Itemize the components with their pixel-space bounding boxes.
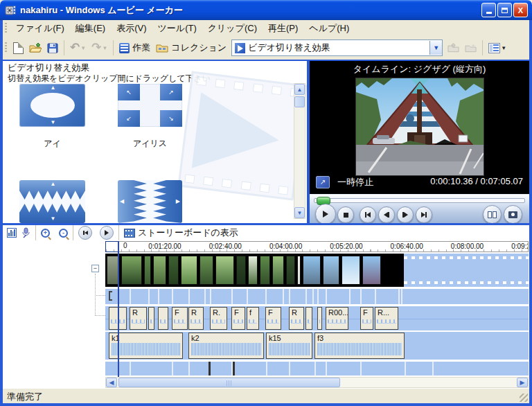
video-clip-thumbnail[interactable] — [168, 256, 179, 285]
split-clip-button[interactable] — [483, 205, 502, 224]
title-overlay-track[interactable] — [105, 362, 529, 376]
scroll-right-button[interactable]: ▶ — [517, 378, 528, 387]
play-button[interactable] — [315, 204, 336, 224]
close-button[interactable]: X — [513, 3, 528, 17]
take-picture-button[interactable] — [504, 205, 522, 224]
audio-clip[interactable]: R... — [375, 307, 398, 330]
transition-track[interactable] — [105, 289, 529, 304]
music-clip[interactable]: k1 — [109, 333, 183, 359]
video-clip-thumbnail[interactable] — [272, 256, 284, 285]
zoom-in-button[interactable]: + — [41, 229, 50, 238]
video-clip-thumbnail[interactable] — [297, 256, 301, 285]
audio-clip[interactable]: R — [188, 307, 204, 330]
title-bar[interactable]: nakahiru - Windows ムービー メーカー X — [0, 0, 532, 20]
music-track[interactable]: k1k2k15f3 — [105, 332, 529, 360]
video-clip-thumbnail[interactable] — [121, 256, 142, 285]
maximize-button[interactable] — [497, 3, 512, 17]
next-frame-button[interactable] — [397, 206, 414, 223]
audio-clip[interactable] — [305, 307, 312, 330]
storyboard-view-button[interactable]: ストーリーボードの表示 — [124, 227, 238, 239]
audio-levels-button[interactable] — [7, 228, 17, 238]
audio-clip[interactable]: F — [231, 307, 245, 330]
video-clip-thumbnail[interactable] — [248, 256, 258, 285]
video-clip-thumbnail[interactable] — [260, 256, 270, 285]
menu-item-5[interactable]: 再生(P) — [263, 20, 303, 37]
video-clip-thumbnail[interactable] — [181, 256, 197, 285]
video-clip-thumbnail[interactable] — [286, 256, 295, 285]
audio-clip[interactable]: R — [289, 307, 304, 330]
timeline-ruler[interactable]: 0:01:20.000:02:40.000:04:00.000:05:20.00… — [105, 241, 529, 252]
narration-button[interactable] — [21, 227, 30, 238]
previous-frame-button[interactable] — [378, 206, 395, 223]
video-track-empty-area[interactable] — [404, 254, 529, 287]
back-button[interactable] — [360, 206, 376, 223]
audio-track[interactable]: RFRR.FfFRR00...FR... — [105, 306, 529, 330]
forward-button[interactable] — [416, 206, 432, 223]
audio-clip[interactable] — [158, 307, 168, 330]
menu-item-3[interactable]: ツール(T) — [152, 20, 202, 37]
scroll-down-button[interactable]: ▼ — [294, 207, 305, 218]
audio-clip[interactable] — [317, 307, 322, 330]
seek-bar[interactable] — [314, 198, 525, 203]
playhead-line[interactable] — [118, 241, 119, 377]
panel-splitter-vertical[interactable] — [307, 61, 310, 223]
tasks-button[interactable]: 作業 — [117, 40, 152, 55]
music-clip[interactable]: k15 — [266, 333, 312, 359]
scroll-left-button[interactable]: ◀ — [106, 378, 117, 387]
video-clip-thumbnail[interactable] — [153, 256, 166, 285]
audio-clip[interactable]: F — [360, 307, 373, 330]
transition-tile-zigzag-horizontal[interactable]: ▲ ▼ — [19, 180, 85, 223]
toolbar-grip[interactable] — [5, 42, 7, 53]
menu-item-0[interactable]: ファイル(F) — [10, 20, 70, 37]
collections-button[interactable]: コレクション — [154, 40, 229, 55]
video-clip-thumbnail[interactable] — [342, 256, 360, 285]
minimize-button[interactable] — [481, 3, 496, 17]
new-project-button[interactable] — [11, 41, 26, 55]
video-clip-thumbnail[interactable] — [323, 256, 339, 285]
audio-clip[interactable] — [148, 307, 154, 330]
menu-item-6[interactable]: ヘルプ(H) — [303, 20, 355, 37]
transition-tile-iris[interactable]: ↖ ↗ ↙ ↘ — [118, 84, 182, 127]
video-clip-thumbnail[interactable] — [236, 256, 246, 285]
playhead-marker[interactable] — [105, 241, 119, 252]
menu-grip[interactable] — [5, 23, 7, 34]
panel-splitter-horizontal[interactable] — [3, 223, 529, 225]
video-track[interactable] — [105, 254, 404, 287]
scrollbar-thumb[interactable] — [294, 96, 305, 107]
combobox-dropdown-button[interactable]: ▼ — [429, 41, 442, 55]
video-clip-thumbnail[interactable] — [303, 256, 321, 285]
audio-clip[interactable]: F — [265, 307, 281, 330]
timeline-scrollbar-thumb[interactable] — [118, 378, 340, 387]
save-project-button[interactable] — [45, 42, 60, 55]
up-one-level-button[interactable] — [445, 42, 461, 55]
menu-item-2[interactable]: 表示(V) — [111, 20, 152, 37]
menu-item-1[interactable]: 編集(E) — [70, 20, 111, 37]
redo-button[interactable]: ↷▼ — [89, 42, 109, 54]
collection-combobox[interactable]: ビデオ切り替え効果 ▼ — [231, 39, 443, 56]
new-collection-button[interactable] — [463, 42, 479, 55]
audio-clip[interactable]: R00... — [326, 307, 348, 330]
rewind-timeline-button[interactable] — [78, 226, 92, 240]
video-clip-thumbnail[interactable] — [144, 256, 151, 285]
zoom-out-button[interactable]: - — [59, 229, 68, 238]
audio-clip[interactable]: F — [172, 307, 188, 330]
transition-tile-zigzag-vertical[interactable]: ◀ ▶ — [118, 180, 182, 223]
transitions-scrollbar[interactable]: ▲ ▼ — [294, 83, 305, 219]
undo-button[interactable]: ↶▼ — [68, 42, 88, 54]
music-clip[interactable]: k2 — [188, 333, 264, 359]
scroll-up-button[interactable]: ▲ — [294, 84, 305, 95]
transition-tile-eye[interactable]: ▲ ▼ — [19, 84, 85, 127]
stop-button[interactable] — [337, 206, 354, 223]
audio-clip[interactable]: R. — [210, 307, 227, 330]
menu-item-4[interactable]: クリップ(C) — [202, 20, 263, 37]
video-clip-thumbnail[interactable] — [215, 256, 234, 285]
resize-grip[interactable] — [520, 394, 528, 402]
video-clip-thumbnail[interactable] — [200, 256, 213, 285]
timeline-scrollbar[interactable]: ◀ ▶ — [105, 377, 529, 388]
collapse-video-track-button[interactable]: − — [91, 265, 99, 272]
views-button[interactable]: ▼ — [486, 42, 508, 55]
open-project-button[interactable] — [27, 42, 44, 55]
fullscreen-icon[interactable]: ↗ — [316, 176, 330, 188]
video-clip-thumbnail[interactable] — [362, 256, 381, 285]
audio-clip[interactable]: f — [247, 307, 259, 330]
